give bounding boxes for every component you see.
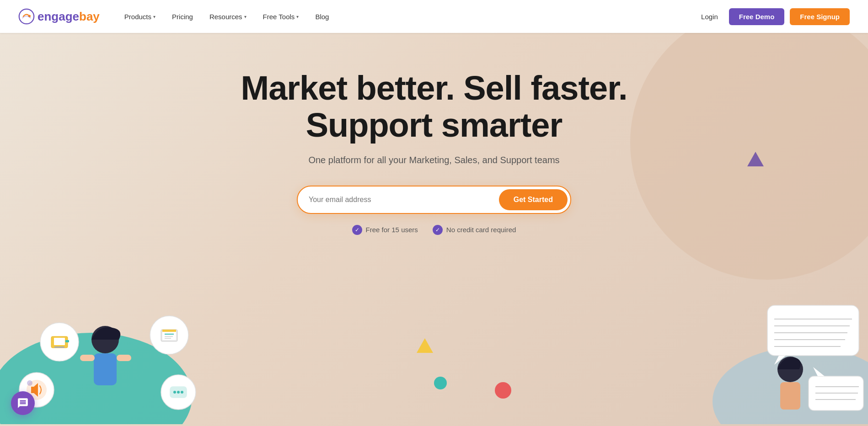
email-input[interactable] [309, 196, 499, 204]
hero-title-line1: Market better. Sell faster. [241, 69, 627, 107]
logo-bay-text: bay [79, 10, 100, 23]
triangle-purple-shape [747, 152, 764, 166]
check-icon: ✓ [433, 225, 443, 235]
badge-free-users: ✓ Free for 15 users [352, 225, 418, 235]
svg-point-0 [19, 9, 34, 24]
svg-rect-14 [162, 332, 176, 340]
hero-title: Market better. Sell faster. Support smar… [241, 69, 627, 144]
svg-point-21 [27, 380, 32, 386]
free-demo-button[interactable]: Free Demo [729, 8, 785, 25]
svg-rect-5 [80, 355, 95, 361]
circle-teal-shape [434, 377, 447, 389]
svg-rect-4 [94, 353, 117, 385]
svg-rect-11 [54, 346, 64, 348]
svg-rect-28 [767, 305, 859, 356]
svg-point-25 [177, 391, 180, 394]
check-icon: ✓ [352, 225, 362, 235]
svg-rect-18 [162, 330, 176, 332]
svg-rect-10 [65, 340, 69, 342]
logo-icon [18, 8, 35, 25]
nav-item-pricing[interactable]: Pricing [166, 9, 199, 24]
hero-content: Market better. Sell faster. Support smar… [232, 69, 637, 235]
svg-point-26 [181, 391, 183, 394]
triangle-yellow-shape [417, 338, 433, 353]
logo-engage-text: engage [38, 10, 79, 23]
chat-widget[interactable] [11, 391, 35, 415]
navigation: engagebay Products ▾ Pricing Resources ▾… [0, 0, 868, 33]
svg-point-24 [173, 391, 176, 394]
hero-subtitle: One platform for all your Marketing, Sal… [241, 155, 627, 165]
logo[interactable]: engagebay [18, 8, 100, 25]
chevron-down-icon: ▾ [244, 14, 246, 19]
hero-section: Market better. Sell faster. Support smar… [0, 33, 868, 426]
svg-rect-9 [54, 338, 65, 345]
nav-item-free-tools[interactable]: Free Tools ▾ [257, 9, 305, 24]
login-button[interactable]: Login [696, 9, 723, 24]
left-illustration [0, 296, 229, 426]
nav-item-products[interactable]: Products ▾ [118, 9, 162, 24]
right-illustration [676, 296, 868, 426]
svg-rect-6 [117, 355, 131, 361]
nav-actions: Login Free Demo Free Signup [696, 8, 850, 25]
chat-icon [17, 397, 29, 409]
nav-item-resources[interactable]: Resources ▾ [203, 9, 253, 24]
nav-item-blog[interactable]: Blog [309, 9, 335, 24]
chevron-down-icon: ▾ [296, 14, 299, 19]
get-started-button[interactable]: Get Started [499, 189, 568, 210]
free-signup-button[interactable]: Free Signup [790, 8, 850, 25]
hero-badges: ✓ Free for 15 users ✓ No credit card req… [241, 225, 627, 235]
hero-title-line2: Support smarter [306, 106, 563, 144]
chevron-down-icon: ▾ [153, 14, 155, 19]
badge-no-credit-card: ✓ No credit card required [433, 225, 516, 235]
email-form: Get Started [297, 186, 571, 214]
svg-rect-41 [780, 382, 800, 410]
circle-red-shape [495, 382, 511, 399]
nav-links: Products ▾ Pricing Resources ▾ Free Tool… [118, 9, 696, 24]
